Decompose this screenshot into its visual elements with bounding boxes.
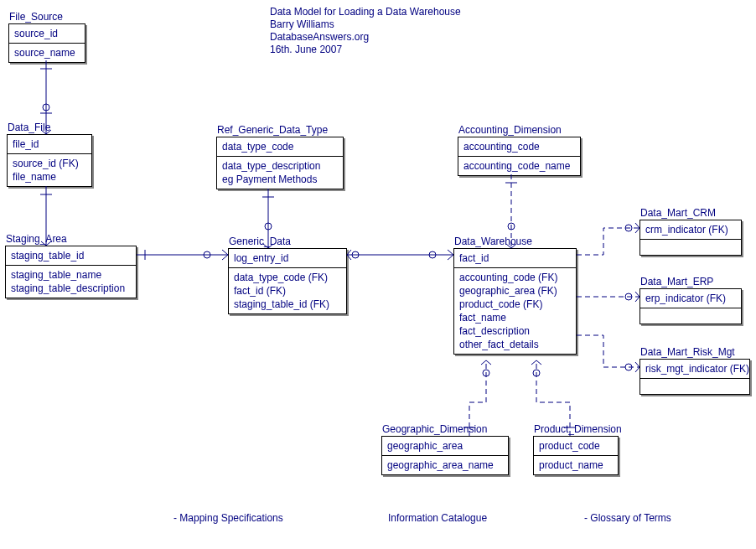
diagram-author: Barry Williams xyxy=(270,18,334,30)
attr-field: staging_table_id (FK) xyxy=(234,298,341,311)
pk-field: geographic_area xyxy=(387,439,503,453)
entity-ref-generic-data-type: Ref_Generic_Data_Type data_type_code dat… xyxy=(216,137,344,189)
attr-field: data_type_description xyxy=(222,159,338,173)
entity-title: Data_Mart_Risk_Mgt xyxy=(640,346,735,358)
svg-point-43 xyxy=(483,370,489,376)
attr-field: eg Payment Methods xyxy=(222,173,338,186)
entity-data-warehouse: Data_Warehouse fact_id accounting_code (… xyxy=(453,248,577,355)
attr-field: geographic_area_name xyxy=(387,458,503,472)
entity-title: Ref_Generic_Data_Type xyxy=(217,124,328,136)
svg-line-13 xyxy=(222,250,228,255)
pk-field: accounting_code xyxy=(463,140,575,153)
pk-field: file_id xyxy=(13,137,86,151)
entity-file-source: File_Source source_id source_name xyxy=(8,23,85,63)
svg-point-32 xyxy=(625,225,632,231)
svg-line-25 xyxy=(448,250,453,255)
entity-title: Generic_Data xyxy=(229,236,291,247)
svg-line-45 xyxy=(486,360,491,365)
svg-line-23 xyxy=(347,255,351,260)
attr-field: accounting_code_name xyxy=(463,159,575,173)
attr-field: accounting_code (FK) xyxy=(459,271,571,284)
svg-line-14 xyxy=(222,255,228,260)
entity-title: File_Source xyxy=(9,11,63,23)
attr-field: fact_name xyxy=(459,311,571,324)
footer-catalogue: Information Catalogue xyxy=(388,512,487,524)
entity-data-mart-crm: Data_Mart_CRM crm_indicator (FK) xyxy=(639,220,742,256)
svg-point-47 xyxy=(533,370,540,376)
entity-title: Geographic_Dimension xyxy=(382,423,487,435)
entity-generic-data: Generic_Data log_entry_id data_type_code… xyxy=(228,248,347,314)
attr-field: staging_table_name xyxy=(11,268,131,282)
entity-title: Data_File xyxy=(8,122,50,133)
pk-field: staging_table_id xyxy=(11,249,131,262)
entity-title: Data_Mart_ERP xyxy=(640,276,713,287)
attr-field: data_type_code (FK) xyxy=(234,271,341,284)
entity-title: Data_Mart_CRM xyxy=(640,207,716,219)
svg-line-49 xyxy=(536,360,541,365)
attr-field: source_name xyxy=(14,46,80,60)
pk-field: product_code xyxy=(539,439,613,453)
footer-mapping: - Mapping Specifications xyxy=(173,512,283,524)
attr-field: fact_id (FK) xyxy=(234,284,341,298)
diagram-title: Data Model for Loading a Data Warehouse xyxy=(270,6,461,18)
pk-field: crm_indicator (FK) xyxy=(645,223,736,236)
entity-geographic-dimension: Geographic_Dimension geographic_area geo… xyxy=(381,436,509,475)
svg-point-29 xyxy=(508,223,515,230)
pk-field: data_type_code xyxy=(222,140,338,153)
pk-field: log_entry_id xyxy=(234,251,341,265)
entity-data-file: Data_File file_id source_id (FK) file_na… xyxy=(7,134,92,187)
attr-field: product_name xyxy=(539,458,613,472)
attr-field: other_fact_details xyxy=(459,338,571,351)
entity-title: Accounting_Dimension xyxy=(458,124,562,136)
entity-title: Product_Dimension xyxy=(534,423,622,435)
footer-glossary: - Glossary of Terms xyxy=(584,512,671,524)
attr-field: product_code (FK) xyxy=(459,298,571,311)
svg-point-24 xyxy=(429,251,436,258)
svg-line-26 xyxy=(448,255,453,260)
svg-line-22 xyxy=(347,250,351,255)
entity-title: Staging_Area xyxy=(6,233,67,245)
diagram-date: 16th. June 2007 xyxy=(270,44,342,55)
pk-field: erp_indicator (FK) xyxy=(645,292,736,305)
svg-point-17 xyxy=(265,223,272,230)
pk-field: fact_id xyxy=(459,251,571,265)
attr-field: geographic_area (FK) xyxy=(459,284,571,298)
diagram-site: DatabaseAnswers.org xyxy=(270,31,369,43)
attr-field: file_name xyxy=(13,170,86,184)
entity-data-mart-erp: Data_Mart_ERP erp_indicator (FK) xyxy=(639,288,742,324)
entity-title: Data_Warehouse xyxy=(454,236,532,247)
svg-point-12 xyxy=(204,251,210,258)
entity-accounting-dimension: Accounting_Dimension accounting_code acc… xyxy=(458,137,581,176)
svg-point-21 xyxy=(352,251,359,258)
svg-point-3 xyxy=(43,104,49,111)
svg-point-36 xyxy=(625,293,632,300)
entity-staging-area: Staging_Area staging_table_id staging_ta… xyxy=(5,246,137,298)
attr-field: fact_description xyxy=(459,324,571,338)
attr-field: source_id (FK) xyxy=(13,157,86,170)
svg-point-39 xyxy=(625,364,632,370)
pk-field: source_id xyxy=(14,27,80,40)
pk-field: risk_mgt_indicator (FK) xyxy=(645,362,744,375)
entity-data-mart-risk-mgt: Data_Mart_Risk_Mgt risk_mgt_indicator (F… xyxy=(639,359,750,395)
svg-line-48 xyxy=(531,360,536,365)
attr-field: staging_table_description xyxy=(11,282,131,295)
svg-line-44 xyxy=(481,360,486,365)
entity-product-dimension: Product_Dimension product_code product_n… xyxy=(533,436,619,475)
